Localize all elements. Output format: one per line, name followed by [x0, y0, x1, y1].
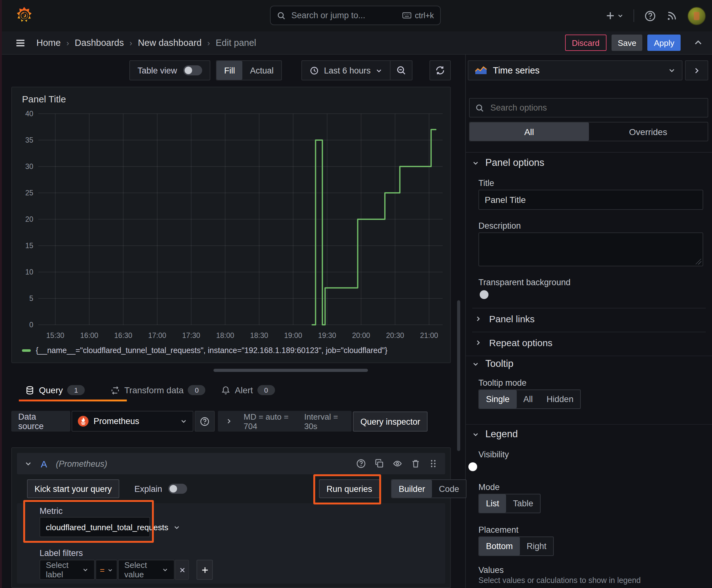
- time-range-picker[interactable]: Last 6 hours: [302, 61, 390, 80]
- chevron-down-icon: [162, 567, 168, 573]
- filter-overrides[interactable]: Overrides: [589, 123, 708, 141]
- panel-links-section-header[interactable]: Panel links: [475, 313, 535, 324]
- grafana-logo-icon[interactable]: [15, 6, 34, 25]
- metric-select[interactable]: cloudflared_tunnel_total_requests: [40, 517, 150, 537]
- fill-option[interactable]: Fill: [217, 61, 243, 80]
- run-queries-button[interactable]: Run queries: [319, 479, 380, 498]
- add-button[interactable]: [605, 11, 624, 21]
- chevron-down-icon[interactable]: [24, 460, 32, 467]
- save-button[interactable]: Save: [611, 35, 643, 51]
- explain-label: Explain: [134, 484, 162, 493]
- legend-section-header[interactable]: Legend: [472, 428, 518, 440]
- chevron-down-icon: [472, 430, 479, 438]
- breadcrumb-bar: Home › Dashboards › New dashboard › Edit…: [0, 31, 712, 55]
- tab-alert-count: 0: [257, 385, 275, 395]
- legend-mode-label: Mode: [478, 482, 500, 492]
- tooltip-hidden[interactable]: Hidden: [540, 390, 580, 408]
- user-avatar[interactable]: [688, 6, 706, 25]
- add-filter-button[interactable]: [196, 560, 213, 580]
- panel-title: Panel Title: [22, 93, 66, 104]
- breadcrumb-new-dashboard[interactable]: New dashboard: [138, 38, 201, 48]
- prometheus-icon: [78, 416, 88, 426]
- tooltip-all[interactable]: All: [516, 390, 540, 408]
- collapse-icon[interactable]: [693, 38, 703, 48]
- mode-table[interactable]: Table: [506, 495, 540, 512]
- help-icon[interactable]: [356, 459, 366, 469]
- svg-text:19:00: 19:00: [284, 331, 302, 339]
- news-icon[interactable]: [666, 10, 677, 21]
- refresh-icon: [435, 65, 445, 76]
- builder-code-switch: Builder Code: [391, 479, 467, 498]
- operator-dropdown[interactable]: =: [95, 560, 117, 580]
- select-value-dropdown[interactable]: Select value: [118, 560, 175, 580]
- chevron-right-icon: [475, 315, 481, 322]
- datasource-help-button[interactable]: [195, 411, 215, 432]
- svg-text:17:00: 17:00: [148, 331, 166, 339]
- refresh-button[interactable]: [429, 60, 451, 80]
- query-row-header[interactable]: A (Prometheus): [17, 453, 445, 474]
- select-value-placeholder: Select value: [124, 560, 157, 579]
- table-view-toggle[interactable]: [184, 65, 202, 76]
- discard-button[interactable]: Discard: [565, 35, 606, 51]
- visualization-picker[interactable]: Time series: [468, 60, 683, 80]
- breadcrumb-home[interactable]: Home: [37, 38, 61, 48]
- menu-icon[interactable]: [15, 37, 26, 48]
- panel-preview[interactable]: Panel Title 051015202530354015:3016:0016…: [11, 87, 451, 363]
- panel-resize-handle[interactable]: [214, 369, 368, 372]
- apply-button[interactable]: Apply: [648, 35, 681, 51]
- remove-filter-button[interactable]: [175, 560, 189, 580]
- time-series-chart[interactable]: 051015202530354015:3016:0016:3017:0017:3…: [17, 109, 447, 344]
- hide-response-icon[interactable]: [392, 459, 403, 469]
- scrollbar-thumb[interactable]: [457, 300, 460, 451]
- query-row-actions: [356, 459, 438, 469]
- options-filter: All Overrides: [469, 122, 708, 141]
- placement-right[interactable]: Right: [520, 537, 554, 555]
- tooltip-section-header[interactable]: Tooltip: [472, 358, 514, 370]
- filter-all[interactable]: All: [470, 123, 589, 141]
- select-label-dropdown[interactable]: Select label: [40, 560, 95, 580]
- max-data-points: MD = auto = 704: [244, 412, 293, 430]
- tab-query-count: 1: [67, 385, 85, 395]
- kick-start-button[interactable]: Kick start your query: [27, 479, 119, 498]
- tab-query[interactable]: Query 1: [25, 381, 85, 400]
- duplicate-icon[interactable]: [374, 459, 384, 469]
- trash-icon[interactable]: [411, 459, 421, 469]
- drag-handle-icon[interactable]: [429, 459, 438, 469]
- query-options-row[interactable]: MD = auto = 704 Interval = 30s: [218, 411, 352, 432]
- tab-alert[interactable]: Alert 0: [221, 381, 275, 400]
- explain-toggle[interactable]: [169, 484, 188, 494]
- resize-handle[interactable]: [696, 259, 701, 265]
- zoom-out-button[interactable]: [391, 61, 412, 80]
- legend-series-label[interactable]: {__name__="cloudflared_tunnel_total_requ…: [36, 346, 387, 355]
- breadcrumb-dashboards[interactable]: Dashboards: [75, 38, 124, 48]
- query-ref-id[interactable]: A: [41, 458, 47, 469]
- transform-icon: [110, 385, 120, 395]
- help-icon[interactable]: [644, 10, 656, 22]
- global-search-input[interactable]: [290, 10, 397, 21]
- placement-bottom[interactable]: Bottom: [479, 537, 520, 555]
- panel-links-title: Panel links: [489, 313, 535, 324]
- svg-text:35: 35: [25, 136, 33, 144]
- tab-transform[interactable]: Transform data 0: [110, 381, 206, 400]
- svg-text:21:00: 21:00: [420, 331, 438, 339]
- tooltip-single[interactable]: Single: [479, 390, 516, 408]
- mode-list[interactable]: List: [479, 495, 506, 512]
- actual-option[interactable]: Actual: [243, 61, 281, 80]
- panel-options-section-header[interactable]: Panel options: [472, 157, 544, 168]
- chevron-down-icon: [617, 13, 624, 19]
- options-search-input[interactable]: [489, 102, 702, 113]
- builder-option[interactable]: Builder: [392, 480, 432, 498]
- legend-series-swatch[interactable]: [22, 349, 31, 352]
- code-option[interactable]: Code: [432, 480, 466, 498]
- options-search[interactable]: [469, 98, 708, 118]
- toggle-options-pane-button[interactable]: [685, 60, 708, 80]
- edit-actions: Discard Save Apply: [565, 31, 704, 54]
- legend-title: Legend: [486, 428, 518, 440]
- repeat-options-section-header[interactable]: Repeat options: [475, 337, 553, 348]
- description-input[interactable]: [478, 232, 703, 266]
- panel-title-input[interactable]: [478, 190, 703, 210]
- datasource-picker[interactable]: Prometheus: [71, 411, 193, 432]
- pane-divider[interactable]: [465, 54, 466, 588]
- query-inspector-button[interactable]: Query inspector: [353, 412, 428, 432]
- global-search[interactable]: ctrl+k: [270, 6, 441, 25]
